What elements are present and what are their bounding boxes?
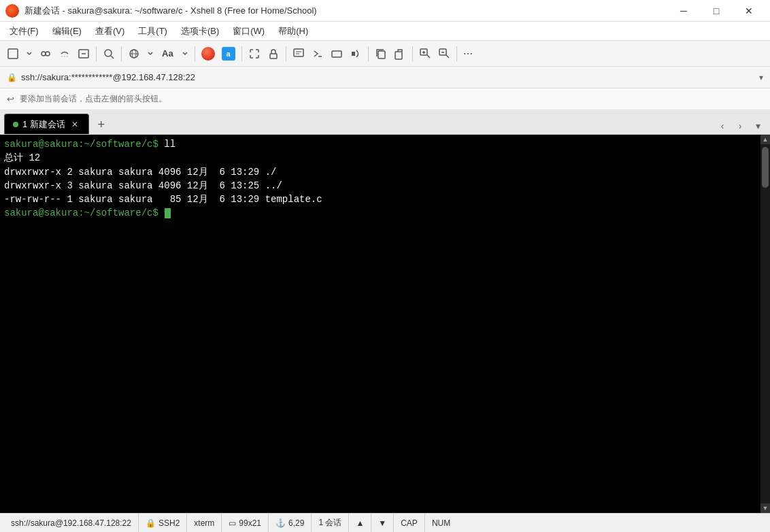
tab-next-button[interactable]: › [732,118,748,134]
terminal-scrollbar[interactable]: ▲ ▼ [760,135,770,513]
disconnect-button[interactable] [56,44,73,63]
status-position-text: 6,29 [288,518,304,528]
menu-bar: 文件(F) 编辑(E) 查看(V) 工具(T) 选项卡(B) 窗口(W) 帮助(… [0,22,770,41]
lock-icon: 🔒 [7,73,17,82]
down-arrow-icon[interactable]: ▼ [378,518,386,528]
scrollbar-up[interactable]: ▲ [760,135,770,144]
connect-button[interactable] [37,44,54,63]
compose-button[interactable] [290,44,307,63]
terminal-line-3: drwxrwxr-x 2 sakura sakura 4096 12月 6 13… [4,165,756,179]
cap-indicator: CAP [401,518,418,528]
tab-add-button[interactable]: + [92,115,111,134]
menu-help[interactable]: 帮助(H) [271,22,315,40]
status-terminal: xterm [187,514,222,532]
status-scroll-down[interactable]: ▼ [371,514,394,532]
close-button[interactable]: ✕ [733,0,765,22]
app-logo [5,4,19,18]
status-dimensions: ▭ 99x21 [222,514,269,532]
xftp-icon-button[interactable]: a [219,44,238,63]
tab-prev-button[interactable]: ‹ [714,118,731,134]
zoom-out-button[interactable] [435,44,453,63]
svg-point-1 [41,52,46,56]
terminal-line-4: drwxrwxr-x 3 sakura sakura 4096 12月 6 13… [4,179,756,193]
fullscreen-button[interactable] [246,44,263,63]
tab-menu-button[interactable]: ▾ [750,118,766,134]
menu-window[interactable]: 窗口(W) [226,22,271,40]
terminal-cursor [165,208,171,218]
status-scroll-up[interactable]: ▲ [349,514,371,532]
scrollbar-down[interactable]: ▼ [760,503,770,513]
tab-1-label: 1 新建会话 [22,118,65,131]
svg-line-8 [111,56,114,59]
terminal-line-2: 总计 12 [4,151,756,165]
svg-rect-17 [332,51,341,57]
window-title: 新建会话 - sakura@sakura: ~/software/c - Xsh… [24,5,668,17]
soundex-button[interactable] [347,44,365,63]
status-terminal-text: xterm [194,518,214,528]
font-button[interactable]: Aa [158,44,178,63]
terminal-line-5: -rw-rw-r-- 1 sakura sakura 85 12月 6 13:2… [4,193,756,206]
scrollbar-thumb[interactable] [762,147,769,188]
menu-edit[interactable]: 编辑(E) [46,22,88,40]
globe-button[interactable] [125,44,143,63]
terminal-area: sakura@sakura:~/software/c$ ll 总计 12 drw… [0,135,770,513]
menu-options[interactable]: 选项卡(B) [174,22,226,40]
svg-rect-12 [270,54,277,59]
tip-text: 要添加当前会话，点击左侧的箭头按钮。 [20,93,167,105]
status-num: NUM [425,514,457,532]
new-session-button[interactable] [4,44,22,63]
svg-point-7 [105,50,112,56]
separator-6 [368,46,369,61]
up-arrow-icon[interactable]: ▲ [356,518,364,528]
num-indicator: NUM [432,518,450,528]
tab-1[interactable]: 1 新建会话 ✕ [4,114,89,134]
separator-4 [241,46,242,61]
menu-file[interactable]: 文件(F) [3,22,46,40]
tab-1-close[interactable]: ✕ [69,119,80,130]
lock-status-icon: 🔒 [146,518,156,528]
address-bar: 🔒 ssh://sakura:************@192.168.47.1… [0,67,770,88]
new-session-dropdown[interactable] [23,44,35,63]
font-dropdown[interactable] [179,44,191,63]
copy-button[interactable] [372,44,390,63]
title-bar: 新建会话 - sakura@sakura: ~/software/c - Xsh… [0,0,770,22]
lock-button[interactable] [265,44,282,63]
status-dimensions-text: 99x21 [239,518,261,528]
zoom-in-button[interactable] [416,44,434,63]
svg-rect-21 [352,52,355,56]
xshell-icon-button[interactable] [199,44,218,63]
status-cap: CAP [394,514,425,532]
svg-rect-23 [395,52,402,59]
globe-dropdown[interactable] [144,44,156,63]
separator-7 [412,46,413,61]
minimize-button[interactable]: ─ [668,0,699,22]
terminal[interactable]: sakura@sakura:~/software/c$ ll 总计 12 drw… [0,135,760,513]
svg-point-2 [46,52,50,56]
send-keystrokes-button[interactable] [328,44,346,63]
status-sessions-text: 1 会话 [318,517,341,529]
tip-bar: ↩ 要添加当前会话，点击左侧的箭头按钮。 [0,88,770,110]
svg-rect-13 [294,49,303,56]
dimensions-icon: ▭ [229,518,236,528]
menu-tools[interactable]: 工具(T) [131,22,174,40]
script-button[interactable] [309,44,327,63]
status-protocol: 🔒 SSH2 [139,514,187,532]
search-button[interactable] [100,44,118,63]
address-dropdown-arrow[interactable]: ▾ [759,73,763,82]
status-protocol-text: SSH2 [158,518,180,528]
tab-navigation: ‹ › ▾ [714,118,770,134]
terminal-line-6: sakura@sakura:~/software/c$ [4,206,756,220]
maximize-button[interactable]: □ [701,0,732,22]
menu-view[interactable]: 查看(V) [88,22,131,40]
status-connection-text: ssh://sakura@192.168.47.128:22 [11,518,131,528]
paste-button[interactable] [391,44,409,63]
svg-rect-22 [378,51,385,59]
terminal-line-1: sakura@sakura:~/software/c$ ll [4,137,756,151]
status-bar: ssh://sakura@192.168.47.128:22 🔒 SSH2 xt… [0,513,770,532]
more-button[interactable]: ⋯ [461,44,475,63]
tab-bar: 1 新建会话 ✕ + ‹ › ▾ [0,110,770,135]
separator-3 [195,46,195,61]
status-position: ⚓ 6,29 [269,514,312,532]
window-controls: ─ □ ✕ [668,0,765,22]
transfer-button[interactable] [75,44,93,63]
